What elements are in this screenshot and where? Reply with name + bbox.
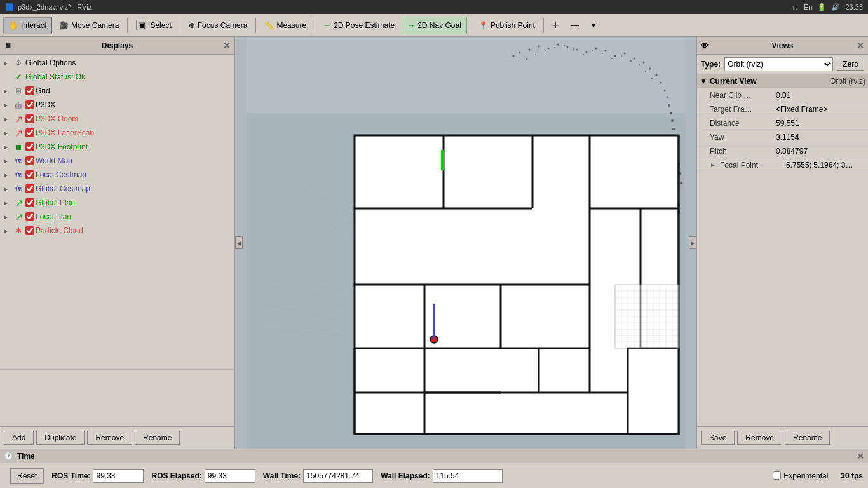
yaw-value: 3.1154 bbox=[776, 133, 864, 142]
tree-item-global-options[interactable]: ► ⚙ Global Options bbox=[0, 56, 234, 70]
rename-display-button[interactable]: Rename bbox=[135, 431, 180, 445]
viewport[interactable]: ◄ ► bbox=[235, 37, 696, 449]
svg-point-32 bbox=[526, 58, 527, 60]
move-camera-icon: 🎥 bbox=[59, 21, 69, 30]
tree-item-grid[interactable]: ► ⊞ Grid bbox=[0, 84, 234, 98]
focal-point-expand-icon: ► bbox=[710, 161, 717, 168]
wall-elapsed-input[interactable] bbox=[433, 469, 503, 483]
target-frame-value: <Fixed Frame> bbox=[776, 105, 864, 114]
svg-point-3 bbox=[519, 52, 521, 54]
move-camera-button[interactable]: 🎥 Move Camera bbox=[53, 17, 125, 34]
publish-point-icon: 📍 bbox=[478, 21, 488, 30]
tree-item-p3dx-odom[interactable]: ► ↗ P3DX Odom bbox=[0, 112, 234, 126]
svg-point-43 bbox=[630, 60, 632, 62]
viewport-right-arrow[interactable]: ► bbox=[689, 236, 696, 249]
2d-pose-label: 2D Pose Estimate bbox=[334, 21, 395, 30]
save-view-button[interactable]: Save bbox=[701, 431, 735, 445]
tree-item-global-plan[interactable]: ► ↗ Global Plan bbox=[0, 196, 234, 210]
ros-time-label: ROS Time: bbox=[51, 471, 90, 480]
publish-point-button[interactable]: 📍 Publish Point bbox=[473, 17, 541, 34]
measure-button[interactable]: 📏 Measure bbox=[259, 17, 312, 34]
local-plan-checkbox[interactable] bbox=[25, 212, 34, 221]
interact-button[interactable]: ✋ Interact bbox=[3, 17, 52, 34]
p3dx-expand-icon: ► bbox=[3, 102, 11, 109]
views-close-button[interactable]: ✕ bbox=[857, 41, 864, 51]
p3dx-laser-checkbox[interactable] bbox=[25, 128, 34, 137]
ros-elapsed-input[interactable] bbox=[205, 469, 255, 483]
tree-item-global-costmap[interactable]: ► 🗺 Global Costmap bbox=[0, 182, 234, 196]
svg-point-9 bbox=[576, 49, 578, 51]
wall-time-input[interactable] bbox=[303, 469, 373, 483]
wall-elapsed-field: Wall Elapsed: bbox=[381, 469, 503, 483]
experimental-checkbox[interactable] bbox=[773, 471, 781, 480]
global-costmap-checkbox[interactable] bbox=[25, 184, 34, 193]
ros-elapsed-field: ROS Elapsed: bbox=[151, 469, 255, 483]
displays-tree: ► ⚙ Global Options ✔ Global Status: Ok ►… bbox=[0, 55, 234, 369]
p3dx-footprint-checkbox[interactable] bbox=[25, 142, 34, 151]
2d-nav-button[interactable]: → 2D Nav Goal bbox=[402, 17, 467, 34]
world-map-label: World Map bbox=[36, 156, 232, 165]
views-type-select[interactable]: Orbit (rviz) bbox=[724, 57, 833, 71]
global-status-label: Global Status: Ok bbox=[25, 72, 232, 81]
global-plan-expand-icon: ► bbox=[3, 200, 11, 207]
language-indicator: En bbox=[804, 3, 812, 11]
viewport-left-arrow[interactable]: ◄ bbox=[235, 236, 243, 249]
near-clip-value: 0.01 bbox=[776, 91, 864, 100]
displays-close-button[interactable]: ✕ bbox=[223, 41, 231, 51]
add-display-button[interactable]: Add bbox=[4, 431, 34, 445]
global-plan-checkbox[interactable] bbox=[25, 198, 34, 207]
p3dx-checkbox[interactable] bbox=[25, 100, 34, 109]
svg-point-23 bbox=[670, 112, 672, 114]
fps-display: 30 fps bbox=[841, 471, 863, 480]
svg-point-4 bbox=[529, 49, 531, 51]
dropdown-button[interactable]: ▾ bbox=[586, 17, 601, 34]
duplicate-display-button[interactable]: Duplicate bbox=[36, 431, 85, 445]
interact-icon: ✋ bbox=[8, 20, 18, 30]
views-zero-button[interactable]: Zero bbox=[837, 58, 864, 71]
tree-item-global-status[interactable]: ✔ Global Status: Ok bbox=[0, 70, 234, 84]
tree-item-particle-cloud[interactable]: ► ✱ Particle Cloud bbox=[0, 224, 234, 238]
clock-icon: 🕐 bbox=[4, 452, 13, 461]
reset-button[interactable]: Reset bbox=[10, 468, 44, 484]
displays-icon: 🖥 bbox=[4, 41, 11, 50]
current-view-label: Current View bbox=[710, 77, 757, 86]
global-options-icon: ⚙ bbox=[13, 58, 24, 68]
particle-cloud-checkbox[interactable] bbox=[25, 226, 34, 235]
experimental-label: Experimental bbox=[783, 471, 828, 480]
tree-item-p3dx-laser[interactable]: ► ↗ P3DX LaserScan bbox=[0, 126, 234, 140]
svg-point-31 bbox=[680, 182, 682, 184]
tree-item-p3dx-footprint[interactable]: ► ◼ P3DX Footprint bbox=[0, 140, 234, 154]
views-title: Views bbox=[772, 41, 794, 50]
tree-item-local-costmap[interactable]: ► 🗺 Local Costmap bbox=[0, 168, 234, 182]
2d-pose-button[interactable]: → 2D Pose Estimate bbox=[318, 17, 400, 34]
svg-point-35 bbox=[554, 47, 555, 48]
world-map-checkbox[interactable] bbox=[25, 156, 34, 165]
titlebar-right: ↑↓ En 🔋 🔊 23:38 bbox=[792, 3, 863, 11]
tree-item-local-plan[interactable]: ► ↗ Local Plan bbox=[0, 210, 234, 224]
ros-time-input[interactable] bbox=[93, 469, 144, 483]
remove-display-button[interactable]: Remove bbox=[87, 431, 132, 445]
svg-point-5 bbox=[538, 46, 540, 48]
local-plan-icon: ↗ bbox=[13, 212, 24, 222]
focus-camera-button[interactable]: ⊕ Focus Camera bbox=[183, 17, 254, 34]
views-focal-point-row: ► Focal Point 5.7555; 5.1964; 3… bbox=[697, 158, 868, 172]
add-crosshair-button[interactable]: ✛ bbox=[546, 17, 564, 34]
grid-checkbox[interactable] bbox=[25, 86, 34, 95]
tree-item-p3dx[interactable]: ► 🤖 P3DX bbox=[0, 98, 234, 112]
tree-item-world-map[interactable]: ► 🗺 World Map bbox=[0, 154, 234, 168]
network-icon: ↑↓ bbox=[792, 3, 799, 11]
svg-point-37 bbox=[573, 48, 574, 50]
p3dx-footprint-icon: ◼ bbox=[13, 142, 24, 152]
world-map-icon: 🗺 bbox=[13, 156, 24, 166]
p3dx-odom-checkbox[interactable] bbox=[25, 114, 34, 123]
views-empty-space bbox=[697, 250, 868, 426]
views-current-view-header[interactable]: ▼ Current View Orbit (rviz) bbox=[697, 74, 868, 88]
p3dx-footprint-expand-icon: ► bbox=[3, 144, 11, 151]
select-button[interactable]: ▣ Select bbox=[130, 17, 177, 34]
remove-view-button[interactable]: Remove bbox=[737, 431, 782, 445]
rename-view-button[interactable]: Rename bbox=[785, 431, 830, 445]
time-close-button[interactable]: ✕ bbox=[857, 451, 864, 461]
minus-button[interactable]: — bbox=[566, 17, 585, 34]
local-costmap-checkbox[interactable] bbox=[25, 170, 34, 179]
svg-point-36 bbox=[564, 45, 565, 46]
